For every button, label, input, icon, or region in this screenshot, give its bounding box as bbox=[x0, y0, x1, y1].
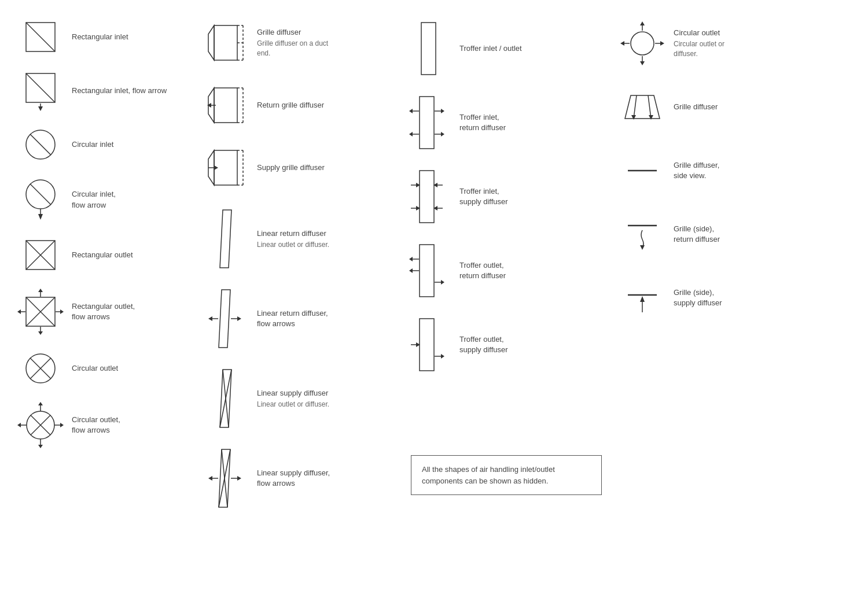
circ-inlet-symbol bbox=[17, 127, 64, 162]
svg-marker-106 bbox=[441, 354, 444, 359]
circ-inlet-arrow-row: Circular inlet,flow arrow bbox=[12, 170, 197, 230]
svg-marker-19 bbox=[17, 309, 21, 314]
linear-return-arrows-row: Linear return diffuser,flow arrows bbox=[197, 279, 399, 359]
svg-marker-59 bbox=[214, 165, 218, 170]
svg-marker-119 bbox=[631, 115, 636, 120]
column-3: Troffer inlet / outlet bbox=[399, 12, 613, 518]
svg-marker-113 bbox=[620, 41, 624, 46]
grille-diffuser-row: Grille diffuser Grille diffuser on a duc… bbox=[197, 12, 399, 74]
svg-line-1 bbox=[26, 23, 55, 51]
svg-rect-95 bbox=[420, 245, 434, 297]
svg-marker-52 bbox=[207, 103, 211, 108]
circ-inlet-arrow-symbol bbox=[17, 178, 64, 222]
troffer-outlet-supply-row: Troffer outlet,supply diffuser bbox=[399, 308, 613, 382]
rect-inlet-label: Rectangular inlet bbox=[72, 32, 128, 42]
return-grille-label: Return grille diffuser bbox=[257, 100, 324, 110]
column-2: Grille diffuser Grille diffuser on a duc… bbox=[197, 12, 399, 518]
svg-marker-40 bbox=[214, 25, 237, 60]
troffer-inlet-outlet-row: Troffer inlet / outlet bbox=[399, 12, 613, 86]
rect-outlet-symbol bbox=[17, 238, 64, 272]
linear-supply-symbol bbox=[203, 367, 249, 430]
svg-marker-35 bbox=[60, 423, 64, 427]
grille-side-supply-label: Grille (side),supply diffuser bbox=[674, 287, 722, 308]
rect-inlet-row: Rectangular inlet bbox=[12, 12, 197, 62]
svg-marker-111 bbox=[640, 61, 645, 65]
svg-marker-115 bbox=[660, 41, 664, 46]
svg-marker-5 bbox=[38, 106, 43, 111]
linear-return-arrows-label: Linear return diffuser,flow arrows bbox=[257, 308, 328, 329]
rect-inlet-arrow-symbol bbox=[17, 71, 64, 111]
grille-side-view-symbol bbox=[619, 159, 665, 182]
grille-diffuser-label: Grille diffuser Grille diffuser on a duc… bbox=[257, 27, 328, 58]
troffer-outlet-return-label: Troffer outlet,return diffuser bbox=[459, 260, 506, 281]
linear-supply-row: Linear supply diffuser Linear outlet or … bbox=[197, 359, 399, 438]
svg-rect-77 bbox=[420, 97, 434, 149]
linear-supply-arrows-label: Linear supply diffuser,flow arrows bbox=[257, 468, 330, 489]
troffer-inlet-supply-symbol bbox=[405, 168, 451, 226]
svg-line-3 bbox=[26, 73, 55, 102]
linear-return-symbol bbox=[203, 207, 249, 271]
svg-marker-11 bbox=[38, 214, 43, 220]
svg-point-107 bbox=[631, 32, 654, 55]
troffer-outlet-supply-symbol bbox=[405, 316, 451, 374]
svg-marker-120 bbox=[649, 115, 653, 120]
rect-inlet-arrow-row: Rectangular inlet, flow arrow bbox=[12, 62, 197, 119]
rect-outlet-arrows-row: Rectangular outlet,flow arrows bbox=[12, 280, 197, 343]
grille-diffuser-2-row: Grille diffuser bbox=[613, 75, 833, 139]
svg-marker-46 bbox=[214, 88, 237, 123]
troffer-inlet-return-label: Troffer inlet,return diffuser bbox=[459, 112, 506, 133]
svg-marker-85 bbox=[441, 132, 444, 136]
svg-line-7 bbox=[30, 134, 51, 155]
rect-outlet-arrows-symbol bbox=[17, 289, 64, 335]
svg-marker-60 bbox=[220, 210, 231, 268]
troffer-inlet-outlet-label: Troffer inlet / outlet bbox=[459, 43, 522, 54]
svg-marker-37 bbox=[38, 402, 43, 405]
circ-inlet-arrow-label: Circular inlet,flow arrow bbox=[72, 189, 116, 210]
rect-inlet-symbol bbox=[17, 20, 64, 54]
circ-outlet-diff-symbol bbox=[619, 20, 665, 67]
grille-side-return-symbol bbox=[619, 214, 665, 254]
svg-marker-83 bbox=[409, 132, 413, 136]
svg-marker-99 bbox=[441, 280, 444, 285]
svg-marker-63 bbox=[208, 316, 212, 321]
grille-diffuser-2-label: Grille diffuser bbox=[674, 102, 718, 112]
svg-marker-81 bbox=[441, 109, 444, 113]
circ-inlet-row: Circular inlet bbox=[12, 119, 197, 170]
rect-outlet-label: Rectangular outlet bbox=[72, 250, 133, 260]
svg-marker-33 bbox=[17, 423, 21, 427]
svg-marker-61 bbox=[219, 290, 230, 348]
rect-outlet-arrows-label: Rectangular outlet,flow arrows bbox=[72, 301, 135, 322]
svg-marker-21 bbox=[60, 309, 64, 314]
linear-supply-label: Linear supply diffuser Linear outlet or … bbox=[257, 388, 329, 409]
svg-marker-65 bbox=[237, 316, 241, 321]
linear-return-arrows-symbol bbox=[203, 287, 249, 350]
grille-side-supply-symbol bbox=[619, 278, 665, 318]
grille-side-supply-row: Grille (side),supply diffuser bbox=[613, 266, 833, 330]
svg-rect-86 bbox=[420, 171, 434, 223]
circ-outlet-row: Circular outlet bbox=[12, 343, 197, 394]
column-1: Rectangular inlet Rectangular inlet, flo… bbox=[12, 12, 197, 518]
svg-marker-73 bbox=[208, 476, 212, 481]
rect-outlet-row: Rectangular outlet bbox=[12, 230, 197, 280]
svg-marker-25 bbox=[38, 331, 43, 335]
troffer-inlet-supply-row: Troffer inlet,supply diffuser bbox=[399, 160, 613, 234]
circ-outlet-arrows-label: Circular outlet,flow arrows bbox=[72, 415, 120, 435]
svg-marker-39 bbox=[38, 445, 43, 448]
circ-outlet-arrows-symbol bbox=[17, 402, 64, 448]
svg-marker-75 bbox=[237, 476, 241, 481]
troffer-inlet-supply-label: Troffer inlet,supply diffuser bbox=[459, 186, 508, 207]
circ-outlet-diff-label: Circular outlet Circular outlet ordiffus… bbox=[674, 28, 724, 59]
troffer-outlet-supply-label: Troffer outlet,supply diffuser bbox=[459, 334, 508, 355]
svg-marker-109 bbox=[640, 21, 645, 25]
svg-marker-116 bbox=[625, 95, 660, 119]
svg-marker-123 bbox=[640, 245, 645, 250]
main-grid: Rectangular inlet Rectangular inlet, flo… bbox=[12, 12, 856, 518]
circ-outlet-label: Circular outlet bbox=[72, 363, 118, 374]
supply-grille-label: Supply grille diffuser bbox=[257, 163, 325, 173]
return-grille-symbol bbox=[203, 82, 249, 128]
troffer-outlet-return-row: Troffer outlet,return diffuser bbox=[399, 234, 613, 308]
notice-box: All the shapes of air handling inlet/out… bbox=[411, 455, 602, 495]
troffer-inlet-outlet-symbol bbox=[405, 20, 451, 77]
linear-return-row: Linear return diffuser Linear outlet or … bbox=[197, 199, 399, 279]
grille-diffuser-symbol bbox=[203, 20, 249, 66]
